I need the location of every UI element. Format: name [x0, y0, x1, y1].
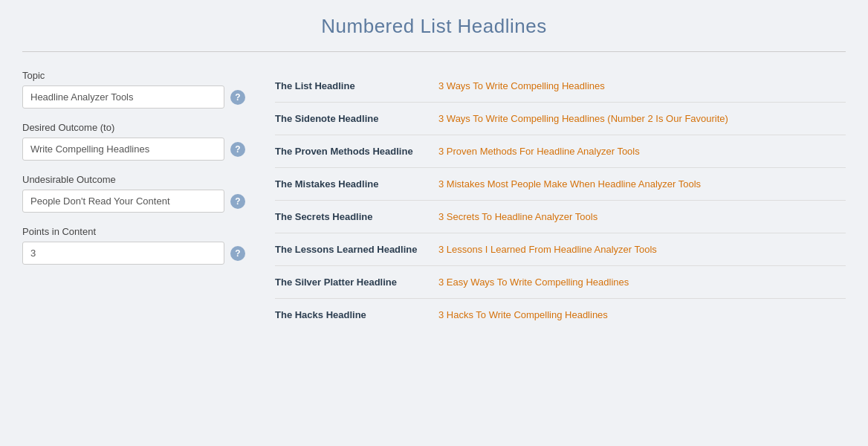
headline-link[interactable]: 3 Proven Methods For Headline Analyzer T… — [438, 146, 640, 157]
headline-value-cell[interactable]: 3 Mistakes Most People Make When Headlin… — [438, 168, 846, 201]
headline-type-cell: The Secrets Headline — [275, 201, 438, 233]
desired-outcome-label: Desired Outcome (to) — [22, 122, 245, 133]
headline-value-cell[interactable]: 3 Proven Methods For Headline Analyzer T… — [438, 135, 846, 168]
headline-value-cell[interactable]: 3 Lessons I Learned From Headline Analyz… — [438, 233, 846, 266]
section-divider — [22, 51, 846, 52]
headline-type-cell: The List Headline — [275, 70, 438, 103]
headline-type-cell: The Silver Platter Headline — [275, 266, 438, 299]
page-title: Numbered List Headlines — [22, 15, 846, 38]
headline-value-cell[interactable]: 3 Secrets To Headline Analyzer Tools — [438, 201, 846, 233]
table-row: The Sidenote Headline3 Ways To Write Com… — [275, 103, 846, 135]
points-label: Points in Content — [22, 226, 245, 237]
undesirable-outcome-input[interactable] — [22, 190, 224, 213]
points-input[interactable] — [22, 242, 224, 265]
undesirable-outcome-group: Undesirable Outcome ? — [22, 174, 245, 213]
headline-type-cell: The Sidenote Headline — [275, 103, 438, 135]
left-panel: Topic ? Desired Outcome (to) ? Undesirab… — [22, 70, 245, 331]
topic-help-icon[interactable]: ? — [230, 90, 245, 105]
headline-type-cell: The Hacks Headline — [275, 299, 438, 332]
table-row: The Mistakes Headline3 Mistakes Most Peo… — [275, 168, 846, 201]
desired-outcome-input-row: ? — [22, 138, 245, 161]
table-row: The Silver Platter Headline3 Easy Ways T… — [275, 266, 846, 299]
headline-link[interactable]: 3 Secrets To Headline Analyzer Tools — [438, 211, 597, 222]
desired-outcome-group: Desired Outcome (to) ? — [22, 122, 245, 161]
headline-link[interactable]: 3 Ways To Write Compelling Headlines (Nu… — [438, 113, 728, 124]
headline-link[interactable]: 3 Lessons I Learned From Headline Analyz… — [438, 244, 657, 255]
headline-value-cell[interactable]: 3 Ways To Write Compelling Headlines — [438, 70, 846, 103]
points-group: Points in Content ? — [22, 226, 245, 265]
headline-type-cell: The Lessons Learned Headline — [275, 233, 438, 266]
headline-type-cell: The Mistakes Headline — [275, 168, 438, 201]
headline-value-cell[interactable]: 3 Hacks To Write Compelling Headlines — [438, 299, 846, 332]
topic-label: Topic — [22, 70, 245, 81]
headline-link[interactable]: 3 Ways To Write Compelling Headlines — [438, 80, 605, 91]
headline-type-cell: The Proven Methods Headline — [275, 135, 438, 168]
right-panel: The List Headline3 Ways To Write Compell… — [275, 70, 846, 331]
headline-link[interactable]: 3 Mistakes Most People Make When Headlin… — [438, 178, 701, 190]
table-row: The Lessons Learned Headline3 Lessons I … — [275, 233, 846, 266]
headline-link[interactable]: 3 Easy Ways To Write Compelling Headline… — [438, 277, 629, 288]
headlines-table: The List Headline3 Ways To Write Compell… — [275, 70, 846, 331]
headline-link[interactable]: 3 Hacks To Write Compelling Headlines — [438, 309, 608, 320]
topic-input-row: ? — [22, 85, 245, 109]
headline-value-cell[interactable]: 3 Easy Ways To Write Compelling Headline… — [438, 266, 846, 299]
topic-input[interactable] — [22, 85, 224, 109]
table-row: The Hacks Headline3 Hacks To Write Compe… — [275, 299, 846, 332]
page-container: Numbered List Headlines Topic ? Desired … — [0, 0, 868, 346]
table-row: The List Headline3 Ways To Write Compell… — [275, 70, 846, 103]
undesirable-outcome-input-row: ? — [22, 190, 245, 213]
undesirable-outcome-help-icon[interactable]: ? — [230, 194, 245, 209]
table-row: The Proven Methods Headline3 Proven Meth… — [275, 135, 846, 168]
points-input-row: ? — [22, 242, 245, 265]
headline-value-cell[interactable]: 3 Ways To Write Compelling Headlines (Nu… — [438, 103, 846, 135]
topic-group: Topic ? — [22, 70, 245, 109]
undesirable-outcome-label: Undesirable Outcome — [22, 174, 245, 185]
desired-outcome-input[interactable] — [22, 138, 224, 161]
points-help-icon[interactable]: ? — [230, 246, 245, 261]
table-row: The Secrets Headline3 Secrets To Headlin… — [275, 201, 846, 233]
desired-outcome-help-icon[interactable]: ? — [230, 142, 245, 157]
main-content: Topic ? Desired Outcome (to) ? Undesirab… — [22, 70, 846, 331]
